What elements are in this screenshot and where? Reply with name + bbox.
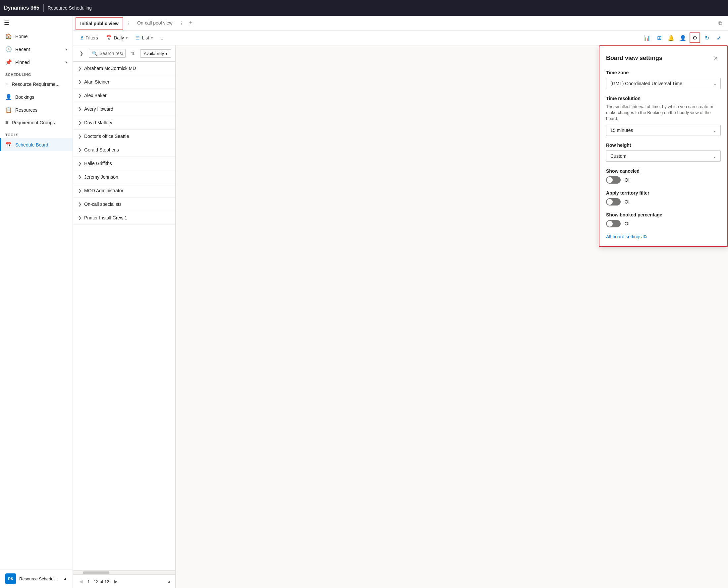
search-resources-input[interactable] <box>100 51 123 56</box>
tab-panel-icon[interactable]: ⧉ <box>715 18 725 28</box>
content-area: Initial public view ⋮ On-call pool view … <box>73 16 728 588</box>
board-content: ❯ 🔍 ⇅ Availability ▾ ❯ Abraham Mc <box>73 45 728 588</box>
daily-button[interactable]: 📅 Daily ▾ <box>103 33 131 42</box>
bell-icon-btn[interactable]: 🔔 <box>666 33 676 43</box>
list-button[interactable]: ☰ List ▾ <box>132 33 156 42</box>
resource-item[interactable]: ❯ Alan Steiner <box>73 75 175 89</box>
settings-panel: Board view settings ✕ Time zone (GMT) Co… <box>599 45 728 247</box>
filters-button[interactable]: ⊻ Filters <box>77 33 101 42</box>
pagination-prev[interactable]: ◀ <box>77 578 85 585</box>
brand: Dynamics 365 Resource Scheduling <box>0 0 728 16</box>
resource-item[interactable]: ❯ On-call specialists <box>73 197 175 211</box>
show-canceled-toggle[interactable] <box>606 176 621 184</box>
external-link-icon: ⧉ <box>643 234 647 240</box>
resource-chevron: ❯ <box>78 66 82 70</box>
horizontal-scrollbar[interactable] <box>73 570 175 574</box>
bookings-icon: 👤 <box>5 94 12 100</box>
resource-name: Abraham McCormick MD <box>84 66 136 71</box>
scrollbar-thumb[interactable] <box>83 571 109 574</box>
resource-name: Doctor's office Seattle <box>84 133 129 139</box>
pagination-next[interactable]: ▶ <box>112 578 120 585</box>
sidebar-item-requirement-groups[interactable]: ≡ Requirement Groups <box>0 116 72 129</box>
settings-booked-percentage-section: Show booked percentage Off <box>606 212 721 227</box>
top-nav: Dynamics 365 Resource Scheduling 🔍 💡 ✚ ⊻… <box>0 0 728 16</box>
more-button[interactable]: ... <box>157 33 168 42</box>
sidebar-item-recent[interactable]: 🕐 Recent ▾ <box>0 43 72 56</box>
requirements-icon: ≡ <box>5 81 8 87</box>
time-resolution-select-wrap: 5 minutes10 minutes15 minutes30 minutes1… <box>606 125 721 136</box>
resource-list-panel: ❯ 🔍 ⇅ Availability ▾ ❯ Abraham Mc <box>73 45 176 588</box>
settings-close-button[interactable]: ✕ <box>710 53 721 63</box>
settings-territory-filter-section: Apply territory filter Off <box>606 190 721 206</box>
tab-on-call-label: On-call pool view <box>137 20 173 25</box>
resource-item[interactable]: ❯ MOD Administrator <box>73 184 175 197</box>
resource-name: On-call specialists <box>84 202 122 207</box>
settings-time-resolution-section: Time resolution The smallest interval of… <box>606 96 721 136</box>
resource-item[interactable]: ❯ Printer Install Crew 1 <box>73 211 175 225</box>
territory-filter-toggle[interactable] <box>606 198 621 206</box>
sidebar-item-pinned[interactable]: 📌 Pinned ▾ <box>0 56 72 69</box>
tab-add-button[interactable]: + <box>187 20 195 26</box>
resource-chevron: ❯ <box>78 215 82 220</box>
resource-name: Jeremy Johnson <box>84 174 118 180</box>
resource-item[interactable]: ❯ Alex Baker <box>73 89 175 102</box>
more-label: ... <box>161 35 165 40</box>
app-name: Dynamics 365 <box>4 5 39 11</box>
sidebar-item-bookings[interactable]: 👤 Bookings <box>0 90 72 103</box>
resource-name: Halle Griffiths <box>84 161 112 166</box>
sort-icon[interactable]: ⇅ <box>128 49 137 58</box>
resource-chevron: ❯ <box>78 161 82 166</box>
resource-item[interactable]: ❯ Abraham McCormick MD <box>73 62 175 75</box>
sidebar-footer[interactable]: RS Resource Schedul... ▲ <box>0 569 72 588</box>
sidebar-item-home[interactable]: 🏠 Home <box>0 30 72 43</box>
sidebar-item-recent-label: Recent <box>15 47 30 52</box>
booked-percentage-label: Show booked percentage <box>606 212 721 217</box>
sidebar-item-schedule-board[interactable]: 📅 Schedule Board <box>0 138 72 151</box>
resource-item[interactable]: ❯ Halle Griffiths <box>73 157 175 170</box>
time-resolution-description: The smallest interval of time, by which … <box>606 104 721 122</box>
sidebar-item-requirements-label: Resource Requireme... <box>12 82 59 87</box>
footer-app-name: Resource Schedul... <box>19 576 58 581</box>
settings-icon-btn[interactable]: ⚙ <box>689 33 700 43</box>
expand-icon-btn[interactable]: ⤢ <box>713 33 724 43</box>
person-icon-btn[interactable]: 👤 <box>678 33 688 43</box>
resource-item[interactable]: ❯ Jeremy Johnson <box>73 170 175 184</box>
refresh-icon-btn[interactable]: ↻ <box>702 33 712 43</box>
tab-bar: Initial public view ⋮ On-call pool view … <box>73 16 728 30</box>
expand-panel-icon[interactable]: ❯ <box>77 49 86 58</box>
resource-name: Alan Steiner <box>84 79 109 85</box>
tab-on-call-pool[interactable]: On-call pool view <box>133 16 177 30</box>
all-board-settings-label: All board settings <box>606 234 642 239</box>
resource-name: Printer Install Crew 1 <box>84 215 127 220</box>
list-label: List <box>142 35 149 40</box>
columns-icon-btn[interactable]: ⊞ <box>654 33 664 43</box>
resource-chevron: ❯ <box>78 202 82 207</box>
booked-percentage-toggle[interactable] <box>606 220 621 227</box>
filter-toolbar-icon: ⊻ <box>80 35 84 40</box>
show-canceled-label: Show canceled <box>606 168 721 174</box>
sidebar-collapse-btn[interactable]: ☰ <box>0 16 72 30</box>
sidebar-item-resources[interactable]: 📋 Resources <box>0 103 72 116</box>
resource-item[interactable]: ❯ Doctor's office Seattle <box>73 130 175 143</box>
calendar-icon: 📅 <box>106 35 112 40</box>
collapse-icon[interactable]: ▲ <box>167 579 171 584</box>
rs-badge: RS <box>5 573 16 584</box>
sidebar-item-resource-requirements[interactable]: ≡ Resource Requireme... <box>0 78 72 90</box>
resource-item[interactable]: ❯ David Mallory <box>73 116 175 130</box>
availability-button[interactable]: Availability ▾ <box>140 49 171 58</box>
recent-icon: 🕐 <box>5 46 12 52</box>
row-height-select[interactable]: SmallMediumLargeCustom <box>606 150 721 162</box>
timezone-select[interactable]: (GMT) Coordinated Universal Time(GMT-08:… <box>606 78 721 89</box>
timezone-select-wrap: (GMT) Coordinated Universal Time(GMT-08:… <box>606 78 721 89</box>
resource-item[interactable]: ❯ Avery Howard <box>73 102 175 116</box>
report-icon-btn[interactable]: 📊 <box>642 33 652 43</box>
row-height-select-wrap: SmallMediumLargeCustom <box>606 150 721 162</box>
resource-item[interactable]: ❯ Gerald Stephens <box>73 143 175 157</box>
scheduling-section-label: Scheduling <box>0 69 72 78</box>
tab-on-call-dots[interactable]: ⋮ <box>178 21 185 26</box>
settings-panel-title: Board view settings <box>606 55 710 62</box>
tab-initial-public-view[interactable]: Initial public view <box>76 17 123 30</box>
time-resolution-select[interactable]: 5 minutes10 minutes15 minutes30 minutes1… <box>606 125 721 136</box>
all-board-settings-link[interactable]: All board settings ⧉ <box>606 234 721 240</box>
tab-initial-dots[interactable]: ⋮ <box>125 21 132 26</box>
